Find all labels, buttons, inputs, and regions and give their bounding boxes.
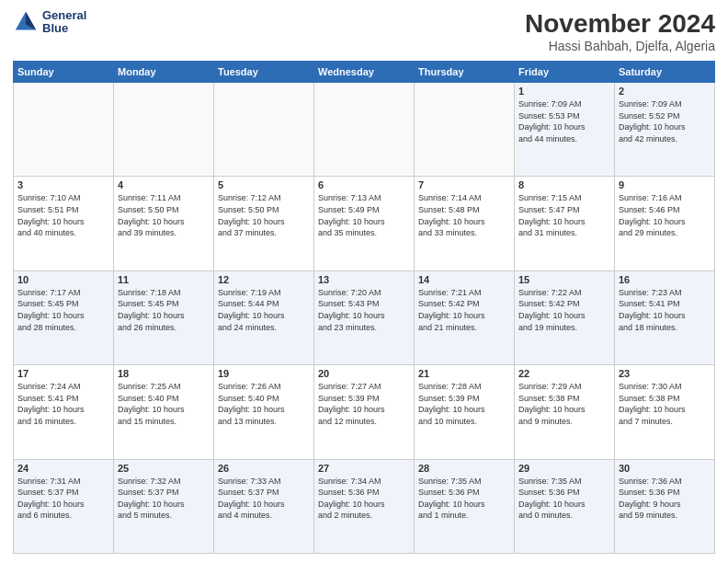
calendar-cell: 5Sunrise: 7:12 AM Sunset: 5:50 PM Daylig… — [214, 177, 314, 270]
calendar-day-header: Thursday — [415, 62, 515, 83]
calendar-cell: 28Sunrise: 7:35 AM Sunset: 5:36 PM Dayli… — [415, 459, 515, 553]
day-number: 22 — [518, 368, 610, 379]
header: General Blue November 2024 Hassi Bahbah,… — [13, 9, 715, 53]
calendar-day-header: Wednesday — [314, 62, 415, 83]
day-number: 28 — [418, 463, 510, 474]
calendar-cell: 1Sunrise: 7:09 AM Sunset: 5:53 PM Daylig… — [515, 83, 615, 177]
calendar-cell: 22Sunrise: 7:29 AM Sunset: 5:38 PM Dayli… — [515, 365, 615, 459]
calendar-cell — [114, 83, 214, 177]
calendar-cell: 25Sunrise: 7:32 AM Sunset: 5:37 PM Dayli… — [114, 459, 214, 553]
calendar-day-header: Tuesday — [214, 62, 314, 83]
day-number: 30 — [619, 463, 711, 474]
day-number: 16 — [619, 274, 711, 285]
day-info: Sunrise: 7:24 AM Sunset: 5:41 PM Dayligh… — [17, 381, 109, 427]
calendar-cell: 13Sunrise: 7:20 AM Sunset: 5:43 PM Dayli… — [314, 270, 415, 364]
day-number: 13 — [318, 274, 410, 285]
day-info: Sunrise: 7:20 AM Sunset: 5:43 PM Dayligh… — [318, 287, 410, 333]
day-number: 19 — [218, 368, 310, 379]
day-info: Sunrise: 7:14 AM Sunset: 5:48 PM Dayligh… — [418, 192, 510, 238]
calendar-cell: 11Sunrise: 7:18 AM Sunset: 5:45 PM Dayli… — [114, 270, 214, 364]
day-info: Sunrise: 7:35 AM Sunset: 5:36 PM Dayligh… — [518, 476, 610, 522]
day-number: 11 — [118, 274, 210, 285]
calendar-header-row: SundayMondayTuesdayWednesdayThursdayFrid… — [14, 62, 715, 83]
day-number: 8 — [518, 179, 610, 190]
day-number: 26 — [218, 463, 310, 474]
calendar-cell: 24Sunrise: 7:31 AM Sunset: 5:37 PM Dayli… — [14, 459, 114, 553]
calendar-cell: 10Sunrise: 7:17 AM Sunset: 5:45 PM Dayli… — [14, 270, 114, 364]
calendar-cell: 17Sunrise: 7:24 AM Sunset: 5:41 PM Dayli… — [14, 365, 114, 459]
day-info: Sunrise: 7:31 AM Sunset: 5:37 PM Dayligh… — [17, 476, 109, 522]
day-number: 15 — [518, 274, 610, 285]
day-info: Sunrise: 7:33 AM Sunset: 5:37 PM Dayligh… — [218, 476, 310, 522]
calendar-day-header: Sunday — [14, 62, 114, 83]
calendar-cell: 9Sunrise: 7:16 AM Sunset: 5:46 PM Daylig… — [615, 177, 715, 270]
day-number: 24 — [17, 463, 109, 474]
calendar-cell: 7Sunrise: 7:14 AM Sunset: 5:48 PM Daylig… — [415, 177, 515, 270]
day-info: Sunrise: 7:16 AM Sunset: 5:46 PM Dayligh… — [619, 192, 711, 238]
day-number: 7 — [418, 179, 510, 190]
calendar-cell: 30Sunrise: 7:36 AM Sunset: 5:36 PM Dayli… — [615, 459, 715, 553]
calendar-day-header: Saturday — [615, 62, 715, 83]
calendar-cell: 16Sunrise: 7:23 AM Sunset: 5:41 PM Dayli… — [615, 270, 715, 364]
logo: General Blue — [13, 9, 86, 36]
day-number: 23 — [619, 368, 711, 379]
day-number: 9 — [619, 179, 711, 190]
logo-icon — [13, 9, 39, 35]
day-number: 12 — [218, 274, 310, 285]
calendar-cell: 18Sunrise: 7:25 AM Sunset: 5:40 PM Dayli… — [114, 365, 214, 459]
day-info: Sunrise: 7:23 AM Sunset: 5:41 PM Dayligh… — [619, 287, 711, 333]
day-info: Sunrise: 7:27 AM Sunset: 5:39 PM Dayligh… — [318, 381, 410, 427]
day-info: Sunrise: 7:11 AM Sunset: 5:50 PM Dayligh… — [118, 192, 210, 238]
calendar-cell: 26Sunrise: 7:33 AM Sunset: 5:37 PM Dayli… — [214, 459, 314, 553]
day-info: Sunrise: 7:09 AM Sunset: 5:53 PM Dayligh… — [518, 98, 610, 144]
day-info: Sunrise: 7:25 AM Sunset: 5:40 PM Dayligh… — [118, 381, 210, 427]
day-info: Sunrise: 7:28 AM Sunset: 5:39 PM Dayligh… — [418, 381, 510, 427]
title-block: November 2024 Hassi Bahbah, Djelfa, Alge… — [525, 9, 715, 53]
day-info: Sunrise: 7:22 AM Sunset: 5:42 PM Dayligh… — [518, 287, 610, 333]
day-number: 21 — [418, 368, 510, 379]
day-number: 18 — [118, 368, 210, 379]
day-info: Sunrise: 7:10 AM Sunset: 5:51 PM Dayligh… — [17, 192, 109, 238]
day-info: Sunrise: 7:29 AM Sunset: 5:38 PM Dayligh… — [518, 381, 610, 427]
calendar-cell — [415, 83, 515, 177]
calendar-cell: 2Sunrise: 7:09 AM Sunset: 5:52 PM Daylig… — [615, 83, 715, 177]
calendar-cell: 27Sunrise: 7:34 AM Sunset: 5:36 PM Dayli… — [314, 459, 415, 553]
day-info: Sunrise: 7:35 AM Sunset: 5:36 PM Dayligh… — [418, 476, 510, 522]
calendar-cell: 29Sunrise: 7:35 AM Sunset: 5:36 PM Dayli… — [515, 459, 615, 553]
page: General Blue November 2024 Hassi Bahbah,… — [0, 0, 728, 563]
calendar-cell: 14Sunrise: 7:21 AM Sunset: 5:42 PM Dayli… — [415, 270, 515, 364]
calendar-cell: 3Sunrise: 7:10 AM Sunset: 5:51 PM Daylig… — [14, 177, 114, 270]
day-info: Sunrise: 7:30 AM Sunset: 5:38 PM Dayligh… — [619, 381, 711, 427]
calendar-cell — [14, 83, 114, 177]
calendar-cell: 15Sunrise: 7:22 AM Sunset: 5:42 PM Dayli… — [515, 270, 615, 364]
day-info: Sunrise: 7:18 AM Sunset: 5:45 PM Dayligh… — [118, 287, 210, 333]
day-number: 25 — [118, 463, 210, 474]
calendar-cell — [214, 83, 314, 177]
day-info: Sunrise: 7:17 AM Sunset: 5:45 PM Dayligh… — [17, 287, 109, 333]
day-number: 14 — [418, 274, 510, 285]
calendar-cell: 8Sunrise: 7:15 AM Sunset: 5:47 PM Daylig… — [515, 177, 615, 270]
month-title: November 2024 — [525, 9, 715, 39]
day-info: Sunrise: 7:26 AM Sunset: 5:40 PM Dayligh… — [218, 381, 310, 427]
day-number: 2 — [619, 86, 711, 97]
day-number: 5 — [218, 179, 310, 190]
calendar-cell: 6Sunrise: 7:13 AM Sunset: 5:49 PM Daylig… — [314, 177, 415, 270]
calendar-day-header: Friday — [515, 62, 615, 83]
calendar-week-row: 24Sunrise: 7:31 AM Sunset: 5:37 PM Dayli… — [14, 459, 715, 553]
day-info: Sunrise: 7:36 AM Sunset: 5:36 PM Dayligh… — [619, 476, 711, 522]
day-info: Sunrise: 7:09 AM Sunset: 5:52 PM Dayligh… — [619, 98, 711, 144]
day-info: Sunrise: 7:13 AM Sunset: 5:49 PM Dayligh… — [318, 192, 410, 238]
day-info: Sunrise: 7:32 AM Sunset: 5:37 PM Dayligh… — [118, 476, 210, 522]
calendar-cell: 4Sunrise: 7:11 AM Sunset: 5:50 PM Daylig… — [114, 177, 214, 270]
calendar-week-row: 17Sunrise: 7:24 AM Sunset: 5:41 PM Dayli… — [14, 365, 715, 459]
calendar-cell: 21Sunrise: 7:28 AM Sunset: 5:39 PM Dayli… — [415, 365, 515, 459]
calendar-week-row: 3Sunrise: 7:10 AM Sunset: 5:51 PM Daylig… — [14, 177, 715, 270]
calendar-cell — [314, 83, 415, 177]
location: Hassi Bahbah, Djelfa, Algeria — [525, 39, 715, 53]
day-number: 17 — [17, 368, 109, 379]
day-info: Sunrise: 7:19 AM Sunset: 5:44 PM Dayligh… — [218, 287, 310, 333]
logo-text: General Blue — [42, 9, 86, 36]
day-number: 6 — [318, 179, 410, 190]
calendar-week-row: 10Sunrise: 7:17 AM Sunset: 5:45 PM Dayli… — [14, 270, 715, 364]
day-number: 3 — [17, 179, 109, 190]
